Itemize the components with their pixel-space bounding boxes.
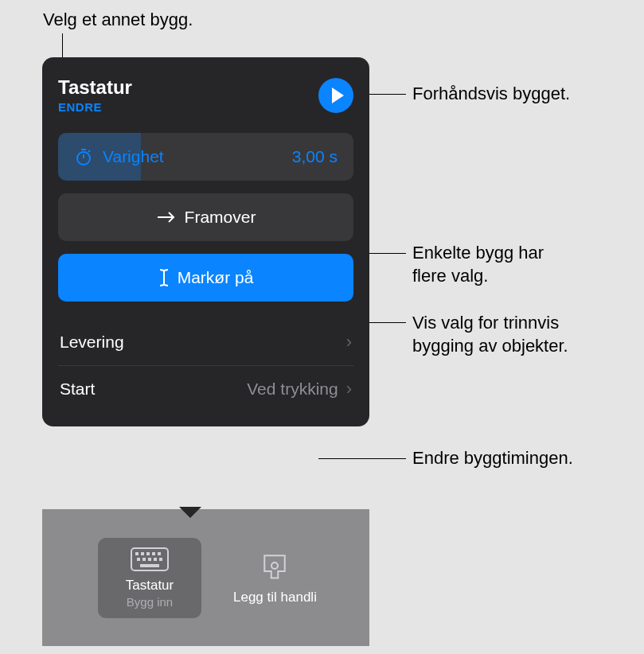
chevron-right-icon: › — [346, 332, 352, 352]
callout-stepwise-l1: Vis valg for trinnvis — [412, 313, 559, 333]
svg-rect-11 — [140, 564, 159, 567]
keyboard-icon — [131, 547, 169, 571]
callout-more-options-l2: flere valg. — [412, 266, 488, 286]
play-icon — [332, 88, 344, 103]
callout-stepwise-l2: bygging av objekter. — [412, 336, 568, 356]
tile-title: Tastatur — [126, 578, 174, 594]
add-action-tile[interactable]: Legg til handli — [233, 550, 317, 605]
preview-play-button[interactable] — [318, 78, 353, 113]
svg-rect-1 — [135, 552, 139, 555]
start-row[interactable]: Start Ved trykking › — [58, 366, 353, 412]
callout-change-build-text: Velg et annet bygg. — [43, 10, 193, 29]
chevron-right-icon: › — [346, 379, 352, 399]
direction-label: Framover — [185, 208, 256, 227]
svg-rect-5 — [158, 552, 161, 555]
delivery-label: Levering — [60, 333, 124, 352]
start-label: Start — [60, 380, 95, 399]
callout-stepwise: Vis valg for trinnvis bygging av objekte… — [412, 312, 568, 357]
svg-rect-4 — [152, 552, 155, 555]
svg-rect-10 — [159, 558, 162, 561]
tile-subtitle: Bygg inn — [127, 595, 173, 609]
svg-rect-2 — [141, 552, 144, 555]
callout-more-options: Enkelte bygg har flere valg. — [412, 242, 544, 287]
panel-title: Tastatur — [58, 76, 132, 99]
build-toolbar: Tastatur Bygg inn Legg til handli — [42, 509, 369, 646]
callout-preview-build: Forhåndsvis bygget. — [412, 83, 570, 106]
svg-line-16 — [88, 150, 90, 152]
panel-header: Tastatur ENDRE — [58, 76, 353, 114]
svg-rect-6 — [137, 558, 140, 561]
cursor-icon — [158, 268, 170, 287]
panel-tail — [179, 507, 201, 518]
cursor-label: Markør på — [178, 268, 254, 287]
callout-preview-text: Forhåndsvis bygget. — [412, 84, 570, 103]
callout-line — [318, 458, 406, 459]
callout-change-timing: Endre byggtimingen. — [412, 447, 573, 470]
callout-more-options-l1: Enkelte bygg har — [412, 243, 544, 263]
duration-slider[interactable]: Varighet 3,00 s — [58, 133, 353, 181]
panel-title-group: Tastatur ENDRE — [58, 76, 132, 114]
delivery-row[interactable]: Levering › — [58, 319, 353, 366]
build-options-panel: Tastatur ENDRE Varighet 3,00 s Framover — [42, 57, 369, 426]
svg-rect-9 — [154, 558, 157, 561]
callout-change-build: Velg et annet bygg. — [43, 9, 193, 32]
svg-rect-8 — [148, 558, 151, 561]
duration-label: Varighet — [103, 147, 164, 166]
svg-rect-3 — [146, 552, 150, 555]
svg-point-12 — [271, 563, 278, 569]
action-label: Legg til handli — [233, 590, 317, 605]
change-build-button[interactable]: ENDRE — [58, 100, 132, 114]
svg-rect-7 — [142, 558, 146, 561]
arrow-right-icon — [156, 210, 177, 224]
duration-value: 3,00 s — [292, 147, 338, 166]
start-value: Ved trykking — [247, 380, 338, 399]
cursor-option-button[interactable]: Markør på — [58, 254, 353, 302]
direction-option-button[interactable]: Framover — [58, 193, 353, 241]
build-tile-keyboard[interactable]: Tastatur Bygg inn — [98, 538, 201, 618]
action-icon — [259, 550, 291, 582]
callout-change-timing-text: Endre byggtimingen. — [412, 448, 573, 468]
timer-icon — [74, 147, 93, 166]
